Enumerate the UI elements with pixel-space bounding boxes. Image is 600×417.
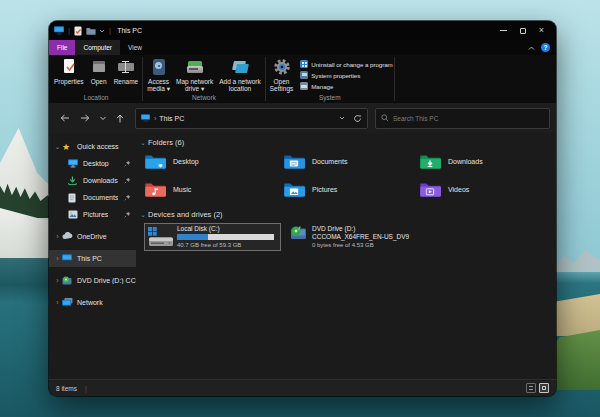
folder-pictures[interactable]: Pictures [283,175,419,203]
pin-icon[interactable] [124,177,131,184]
collapse-ribbon-icon[interactable] [528,46,535,50]
pin-icon[interactable] [124,211,131,218]
refresh-icon[interactable] [353,114,362,123]
desktop-icon [68,159,79,169]
drive-local-disk[interactable]: Local Disk (C:) 40.7 GB free of 59.3 GB [144,223,281,251]
add-network-location-button[interactable]: Add a network location [216,55,264,92]
documents-folder-icon [283,153,305,170]
ribbon: Properties Open Rename Location Access [49,55,556,103]
search-input[interactable] [393,115,544,122]
downloads-folder-icon [419,153,441,170]
uninstall-program-button[interactable]: Uninstall or change a program [300,60,392,68]
quick-access-dropdown-icon[interactable] [99,29,105,33]
address-this-pc-icon [141,114,150,122]
access-media-button[interactable]: Access media ▾ [144,55,173,92]
address-bar[interactable]: › This PC [135,108,368,129]
map-network-drive-icon [186,58,204,76]
pictures-icon [68,210,79,220]
sidebar-item-downloads[interactable]: Downloads [49,172,136,189]
window-title: This PC [117,27,142,34]
manage-button[interactable]: Manage [300,82,392,90]
drive-dvd[interactable]: DVD Drive (D:) CCCOMA_X64FRE_EN-US_DV9 0… [290,223,409,251]
desktop-folder-icon [144,153,166,170]
details-view-button[interactable] [526,383,536,393]
system-properties-button[interactable]: System properties [300,71,392,79]
tab-view[interactable]: View [120,40,150,55]
sidebar-item-onedrive[interactable]: › OneDrive [49,228,136,245]
uninstall-icon [300,60,308,68]
ribbon-group-location: Properties Open Rename Location [51,55,141,103]
forward-button[interactable] [80,114,90,122]
file-list: ⌄ Folders (6) Desktop Documents Download… [136,133,556,379]
large-icons-view-button[interactable] [539,383,549,393]
dvd-drive-icon [290,225,307,240]
tab-computer[interactable]: Computer [75,40,120,55]
drives-row: Local Disk (C:) 40.7 GB free of 59.3 GB [144,223,556,251]
sidebar-item-network[interactable]: › Network [49,294,136,311]
folder-videos[interactable]: Videos [419,175,556,203]
expander-icon[interactable]: › [53,255,62,262]
minimize-button[interactable] [494,21,513,40]
expander-icon[interactable]: › [53,277,62,284]
maximize-button[interactable] [513,21,532,40]
folders-section-header[interactable]: ⌄ Folders (6) [138,137,556,147]
dvd-drive-icon [62,276,73,286]
pictures-folder-icon [283,181,305,198]
status-bar: 8 items | [49,379,556,396]
recent-locations-icon[interactable] [99,116,107,121]
close-button[interactable]: × [532,21,551,40]
search-icon [381,114,389,122]
tab-file[interactable]: File [49,40,75,55]
up-button[interactable] [116,114,124,123]
breadcrumb-chevron: › [154,115,156,122]
back-button[interactable] [60,114,70,122]
collapse-drives-icon[interactable]: ⌄ [138,211,148,218]
sidebar-item-dvd-drive[interactable]: › DVD Drive (D:) CCCO [49,272,136,289]
videos-folder-icon [419,181,441,198]
expander-icon[interactable]: › [53,233,62,240]
open-button[interactable]: Open [87,55,111,85]
add-network-location-icon [231,58,249,76]
sidebar-item-this-pc[interactable]: › This PC [49,250,136,267]
titlebar-separator: | [68,26,70,36]
folder-documents[interactable]: Documents [283,147,419,175]
drives-section-header[interactable]: ⌄ Devices and drives (2) [138,209,556,219]
sidebar-item-desktop[interactable]: Desktop [49,155,136,172]
sidebar-item-quick-access[interactable]: ⌄ ★ Quick access [49,138,136,155]
folder-music[interactable]: Music [144,175,283,203]
quick-access-folder-icon[interactable] [86,27,96,35]
open-icon [90,58,108,76]
map-network-drive-button[interactable]: Map network drive ▾ [173,55,216,92]
folder-desktop[interactable]: Desktop [144,147,283,175]
sidebar-item-pictures[interactable]: Pictures [49,206,136,223]
documents-icon [68,193,79,203]
group-label-network: Network [144,93,264,103]
downloads-icon [68,176,79,186]
sidebar-item-documents[interactable]: Documents [49,189,136,206]
group-label-location: Location [51,93,141,103]
properties-button[interactable]: Properties [51,55,87,85]
this-pc-icon [62,254,73,264]
search-box[interactable] [375,108,550,129]
collapse-folders-icon[interactable]: ⌄ [138,139,148,146]
folder-downloads[interactable]: Downloads [419,147,556,175]
titlebar: | | This PC × [49,21,556,40]
quick-access-properties-icon[interactable] [74,26,82,36]
properties-icon [60,58,78,76]
ribbon-group-system: Open Settings Uninstall or change a prog… [267,55,393,103]
group-label-system: System [267,93,393,103]
open-settings-button[interactable]: Open Settings [267,55,297,92]
network-icon [62,298,73,308]
rename-button[interactable]: Rename [111,55,142,85]
address-dropdown-icon[interactable] [339,116,345,120]
breadcrumb-this-pc[interactable]: This PC [159,115,184,122]
expander-icon[interactable]: ⌄ [53,143,62,150]
pin-icon[interactable] [124,160,131,167]
navigation-bar: › This PC [49,103,556,133]
titlebar-separator2: | [109,26,111,36]
ribbon-tabs: File Computer View ? [49,40,556,55]
help-icon[interactable]: ? [541,43,550,52]
items-count: 8 items [56,385,77,392]
pin-icon[interactable] [124,194,131,201]
expander-icon[interactable]: › [53,299,62,306]
